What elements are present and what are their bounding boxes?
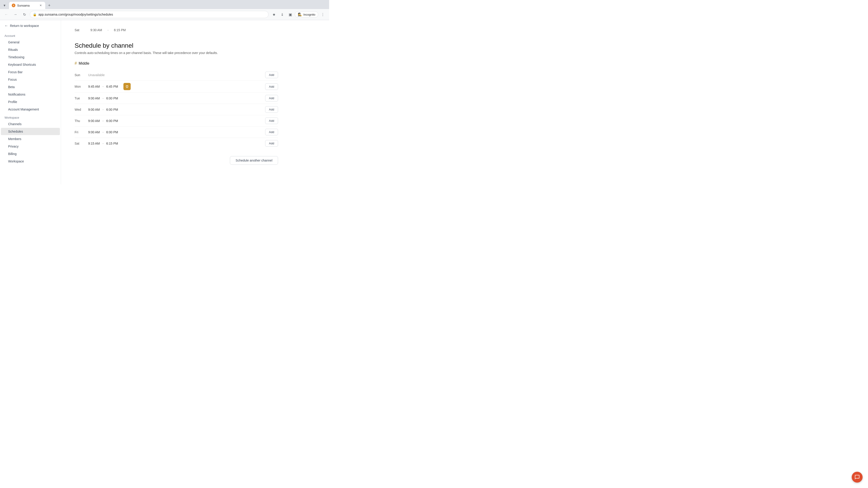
- return-label: Return to workspace: [10, 24, 39, 28]
- reload-btn[interactable]: ↻: [21, 11, 28, 18]
- tab-close-btn[interactable]: ✕: [39, 4, 42, 7]
- incognito-badge: 🕵 Incognito: [295, 11, 318, 18]
- channel-header: # Middle: [74, 61, 278, 66]
- table-row: Sat 9:15 AM - 6:15 PM Add: [74, 138, 278, 149]
- day-label-sat: Sat: [74, 142, 88, 145]
- tab-favicon: S: [12, 4, 16, 7]
- tue-end-time: 6:00 PM: [106, 96, 118, 100]
- delete-btn-mon[interactable]: [123, 83, 131, 90]
- time-separator-tue: -: [102, 96, 103, 100]
- menu-btn[interactable]: ⋮: [319, 11, 327, 18]
- address-text: app.sunsama.com/group/moodjoy/settings/s…: [38, 13, 266, 16]
- lock-icon: 🔒: [33, 13, 37, 16]
- extensions-btn[interactable]: ▣: [287, 11, 294, 18]
- fri-start-time: 9:00 AM: [88, 130, 100, 134]
- add-btn-sun[interactable]: Add: [265, 72, 278, 78]
- forward-btn[interactable]: →: [12, 11, 19, 18]
- scrolled-top-row: Sat 9:30 AM - 6:15 PM: [74, 25, 278, 36]
- scroll-end: 6:15 PM: [114, 28, 126, 32]
- section-title: Schedule by channel: [74, 42, 278, 49]
- add-btn-tue[interactable]: Add: [265, 95, 278, 101]
- time-cell-mon: 9:45 AM - 6:45 PM: [88, 83, 265, 90]
- thu-start-time: 9:00 AM: [88, 119, 100, 123]
- time-separator-mon: -: [102, 85, 103, 88]
- table-row: Fri 9:00 AM - 6:00 PM Add: [74, 127, 278, 138]
- sidebar-item-focus-bar[interactable]: Focus Bar: [1, 68, 60, 76]
- time-cell-tue: 9:00 AM - 6:00 PM: [88, 96, 265, 100]
- return-to-workspace-link[interactable]: ← Return to workspace: [0, 20, 61, 31]
- incognito-icon: 🕵: [298, 12, 302, 17]
- tab-bar: ▼ S Sunsama ✕ +: [0, 0, 329, 9]
- mon-start-time: 9:45 AM: [88, 85, 100, 88]
- sat-start-time: 9:15 AM: [88, 142, 100, 145]
- day-label-thu: Thu: [74, 119, 88, 123]
- sidebar-item-keyboard-shortcuts[interactable]: Keyboard Shortcuts: [1, 61, 60, 68]
- browser-toolbar: ← → ↻ 🔒 app.sunsama.com/group/moodjoy/se…: [0, 9, 329, 20]
- sidebar-item-workspace[interactable]: Workspace: [1, 158, 60, 165]
- new-tab-btn[interactable]: +: [46, 2, 53, 8]
- unavailable-text: Unavailable: [88, 73, 105, 77]
- day-label-fri: Fri: [74, 130, 88, 134]
- sidebar-item-general[interactable]: General: [1, 39, 60, 46]
- app: ← Return to workspace Account General Ri…: [0, 20, 329, 184]
- time-cell-thu: 9:00 AM - 6:00 PM: [88, 119, 265, 123]
- time-separator-fri: -: [102, 130, 103, 134]
- sidebar-item-timeboxing[interactable]: Timeboxing: [1, 54, 60, 61]
- content-inner: Sat 9:30 AM - 6:15 PM Schedule by channe…: [74, 20, 278, 174]
- account-section-label: Account: [0, 31, 61, 38]
- table-row: Mon 9:45 AM - 6:45 PM Add: [74, 80, 278, 93]
- section-desc: Controls auto-scheduling times on a per-…: [74, 51, 278, 55]
- sidebar-item-notifications[interactable]: Notifications: [1, 91, 60, 98]
- time-cell-fri: 9:00 AM - 6:00 PM: [88, 130, 265, 134]
- sidebar: ← Return to workspace Account General Ri…: [0, 20, 61, 184]
- download-btn[interactable]: ⇓: [278, 11, 286, 18]
- sidebar-item-privacy[interactable]: Privacy: [1, 143, 60, 150]
- table-row: Thu 9:00 AM - 6:00 PM Add: [74, 115, 278, 127]
- time-separator-sat: -: [102, 142, 103, 145]
- sidebar-item-billing[interactable]: Billing: [1, 150, 60, 158]
- day-label-mon: Mon: [74, 85, 88, 88]
- schedule-another-row: Schedule another channel: [74, 156, 278, 165]
- add-btn-wed[interactable]: Add: [265, 106, 278, 113]
- scroll-start: 9:30 AM: [90, 28, 102, 32]
- mon-end-time: 6:45 PM: [106, 85, 118, 88]
- sidebar-item-beta[interactable]: Beta: [1, 84, 60, 91]
- active-tab[interactable]: S Sunsama ✕: [9, 2, 45, 9]
- day-label-tue: Tue: [74, 96, 88, 100]
- thu-end-time: 6:00 PM: [106, 119, 118, 123]
- day-label-wed: Wed: [74, 108, 88, 111]
- address-bar[interactable]: 🔒 app.sunsama.com/group/moodjoy/settings…: [30, 11, 269, 18]
- add-btn-sat[interactable]: Add: [265, 140, 278, 147]
- sidebar-item-account-management[interactable]: Account Management: [1, 106, 60, 113]
- sidebar-item-focus[interactable]: Focus: [1, 76, 60, 83]
- incognito-label: Incognito: [303, 13, 315, 16]
- day-label-sun: Sun: [74, 73, 88, 77]
- scroll-separator: -: [107, 28, 108, 32]
- schedule-another-channel-btn[interactable]: Schedule another channel: [230, 156, 278, 165]
- time-cell-sat: 9:15 AM - 6:15 PM: [88, 142, 265, 145]
- sidebar-item-members[interactable]: Members: [1, 135, 60, 142]
- add-btn-mon[interactable]: Add: [265, 84, 278, 90]
- table-row: Tue 9:00 AM - 6:00 PM Add: [74, 93, 278, 104]
- sidebar-item-channels[interactable]: Channels: [1, 121, 60, 128]
- back-arrow-icon: ←: [4, 24, 8, 28]
- schedule-table: Sun Unavailable Add Mon 9:45 AM - 6:45 P…: [74, 69, 278, 149]
- main-content: Sat 9:30 AM - 6:15 PM Schedule by channe…: [61, 20, 329, 184]
- bookmark-btn[interactable]: ★: [270, 11, 278, 18]
- add-btn-fri[interactable]: Add: [265, 129, 278, 135]
- scroll-day: Sat: [74, 28, 86, 32]
- sat-end-time: 6:15 PM: [106, 142, 118, 145]
- dropdown-btn[interactable]: ▼: [2, 3, 7, 8]
- tab-navigation: ▼: [2, 3, 7, 8]
- time-cell-sun: Unavailable: [88, 73, 265, 77]
- browser-chrome: ▼ S Sunsama ✕ + ← → ↻ 🔒 app.sunsama.com/…: [0, 0, 329, 20]
- time-cell-wed: 9:00 AM - 6:00 PM: [88, 108, 265, 111]
- fri-end-time: 6:00 PM: [106, 130, 118, 134]
- table-row: Sun Unavailable Add: [74, 69, 278, 80]
- back-btn[interactable]: ←: [3, 11, 10, 18]
- time-separator-thu: -: [102, 119, 103, 123]
- sidebar-item-schedules[interactable]: Schedules: [1, 128, 60, 135]
- add-btn-thu[interactable]: Add: [265, 118, 278, 124]
- sidebar-item-rituals[interactable]: Rituals: [1, 46, 60, 53]
- sidebar-item-profile[interactable]: Profile: [1, 98, 60, 105]
